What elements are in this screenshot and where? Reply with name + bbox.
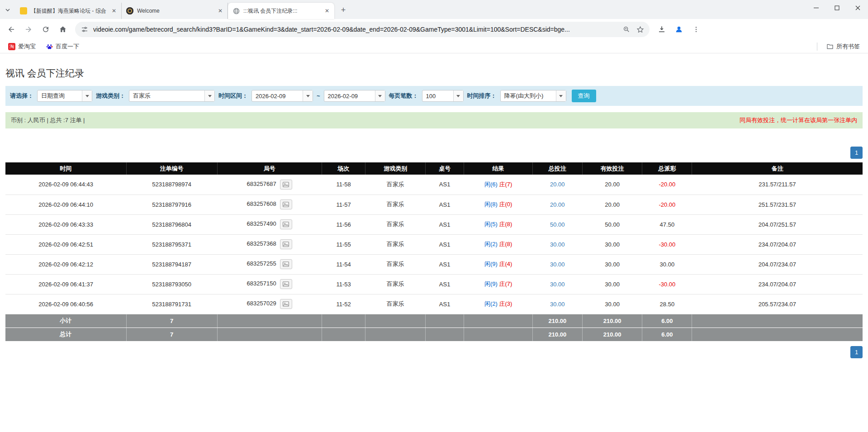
- round-image-button[interactable]: [280, 299, 292, 309]
- tab-close-icon[interactable]: ✕: [323, 7, 331, 14]
- forward-icon[interactable]: [21, 22, 36, 37]
- sort-value: 降幂(由大到小): [501, 92, 556, 100]
- cell-session: 11-53: [322, 274, 365, 294]
- profile-icon[interactable]: [671, 22, 687, 37]
- minimize-button[interactable]: [806, 0, 826, 15]
- tab-search-chevron-icon[interactable]: [0, 2, 15, 18]
- maximize-button[interactable]: [826, 0, 847, 15]
- round-image-button[interactable]: [280, 180, 292, 190]
- round-id: 683257687: [247, 180, 276, 187]
- bookmarks-bar: 淘 爱淘宝 百度一下 所有书签: [0, 40, 868, 53]
- cell-game: 百家乐: [365, 195, 426, 214]
- cell-result: 闲(5) 庄(8): [464, 214, 533, 234]
- page-1-button[interactable]: 1: [850, 346, 863, 358]
- search-button[interactable]: 查询: [572, 90, 596, 102]
- tab-welcome[interactable]: Welcome ✕: [122, 3, 228, 19]
- round-image-button[interactable]: [280, 239, 292, 249]
- home-icon[interactable]: [55, 22, 71, 37]
- round-image-button[interactable]: [280, 199, 292, 209]
- sort-select[interactable]: 降幂(由大到小): [500, 90, 566, 102]
- header-remark: 备注: [692, 162, 863, 175]
- result-banker: 庄(8): [499, 241, 512, 247]
- cell-total-bet[interactable]: 30.00: [532, 274, 582, 294]
- cell-session: 11-58: [322, 175, 365, 195]
- bookmark-star-icon[interactable]: [635, 24, 645, 34]
- cell-time: 2026-02-09 06:40:56: [5, 294, 126, 314]
- page-1-button[interactable]: 1: [850, 147, 863, 159]
- date-end-value: 2026-02-09: [324, 93, 375, 100]
- new-tab-button[interactable]: +: [337, 4, 350, 16]
- chevron-down-icon[interactable]: [82, 90, 92, 101]
- table-row: 2026-02-09 06:42:51 523188795371 6832573…: [5, 234, 863, 254]
- url-text[interactable]: videoie.com/game/betrecord_search/kind3?…: [93, 26, 618, 33]
- round-image-button[interactable]: [280, 279, 292, 289]
- tab-close-icon[interactable]: ✕: [110, 7, 118, 14]
- cell-round: 683257687: [217, 175, 322, 195]
- cell-result: 闲(2) 庄(3): [464, 294, 533, 314]
- game-type-select[interactable]: 百家乐: [129, 90, 215, 102]
- result-banker: 庄(3): [499, 300, 512, 307]
- cell-time: 2026-02-09 06:44:43: [5, 175, 126, 195]
- reload-icon[interactable]: [38, 22, 53, 37]
- cell-remark: 234.07/204.07: [692, 234, 863, 254]
- total-row: 总计 7 210.00 210.00 6.00: [5, 328, 863, 341]
- back-icon[interactable]: [4, 22, 19, 37]
- menu-dots-icon[interactable]: [688, 22, 704, 37]
- cell-bet-id: 523188795371: [126, 234, 217, 254]
- page-size-select[interactable]: 100: [422, 90, 464, 102]
- chevron-down-icon[interactable]: [453, 90, 463, 101]
- tab-bet-records[interactable]: :::视讯 会员下注纪录::: ✕: [228, 3, 334, 19]
- all-bookmarks-button[interactable]: 所有书签: [823, 41, 863, 52]
- cell-total-bet[interactable]: 20.00: [532, 175, 582, 195]
- query-type-value: 日期查询: [38, 92, 82, 100]
- tab-forum[interactable]: 【新提醒】海燕策略论坛 - 综合 ✕: [15, 3, 122, 19]
- chevron-down-icon[interactable]: [303, 90, 313, 101]
- subtotal-payout: 6.00: [642, 314, 692, 328]
- header-payout: 总派彩: [642, 162, 692, 175]
- chevron-down-icon[interactable]: [204, 90, 214, 101]
- game-type-value: 百家乐: [129, 92, 204, 100]
- chevron-down-icon[interactable]: [556, 90, 566, 101]
- cell-payout: -20.00: [642, 195, 692, 214]
- downloads-icon[interactable]: [654, 22, 669, 37]
- zoom-icon[interactable]: [621, 24, 631, 34]
- forum-favicon-icon: [20, 7, 27, 14]
- cell-valid-bet: 20.00: [582, 195, 642, 214]
- round-image-button[interactable]: [280, 219, 292, 229]
- subtotal-row: 小计 7 210.00 210.00 6.00: [5, 314, 863, 328]
- date-start-picker[interactable]: 2026-02-09: [251, 90, 313, 102]
- round-id: 683257255: [247, 260, 276, 267]
- total-valid-bet: 210.00: [582, 328, 642, 341]
- total-payout: 6.00: [642, 328, 692, 341]
- chevron-down-icon[interactable]: [375, 90, 385, 101]
- bet-records-table: 时间 注单编号 局号 场次 游戏类别 桌号 结果 总投注 有效投注 总派彩 备注…: [5, 162, 863, 342]
- tab-title: :::视讯 会员下注纪录:::: [243, 7, 320, 15]
- cell-result: 闲(9) 庄(7): [464, 274, 533, 294]
- site-settings-icon[interactable]: [80, 24, 90, 34]
- round-image-button[interactable]: [280, 259, 292, 269]
- cell-total-bet[interactable]: 50.00: [532, 214, 582, 234]
- cell-total-bet[interactable]: 30.00: [532, 294, 582, 314]
- bookmark-aitaobao[interactable]: 淘 爱淘宝: [5, 41, 39, 52]
- bookmark-baidu[interactable]: 百度一下: [42, 41, 83, 52]
- address-bar[interactable]: videoie.com/game/betrecord_search/kind3?…: [75, 22, 650, 37]
- cell-valid-bet: 30.00: [582, 274, 642, 294]
- result-banker: 庄(7): [499, 181, 512, 188]
- tab-close-icon[interactable]: ✕: [217, 7, 224, 14]
- cell-bet-id: 523188794187: [126, 254, 217, 274]
- close-window-button[interactable]: [847, 0, 868, 15]
- date-end-picker[interactable]: 2026-02-09: [324, 90, 385, 102]
- all-bookmarks-label: 所有书签: [836, 43, 860, 51]
- result-player: 闲(6): [484, 181, 498, 188]
- total-label: 总计: [5, 328, 126, 341]
- cell-total-bet[interactable]: 30.00: [532, 234, 582, 254]
- cell-total-bet[interactable]: 20.00: [532, 195, 582, 214]
- query-type-select[interactable]: 日期查询: [37, 90, 92, 102]
- result-player: 闲(2): [484, 300, 498, 307]
- subtotal-valid-bet: 210.00: [582, 314, 642, 328]
- cell-total-bet[interactable]: 30.00: [532, 254, 582, 274]
- table-row: 2026-02-09 06:41:37 523188793050 6832571…: [5, 274, 863, 294]
- pagination-bottom: 1: [5, 346, 863, 358]
- tab-strip: 【新提醒】海燕策略论坛 - 综合 ✕ Welcome ✕ :::视讯 会员下注纪…: [0, 0, 868, 19]
- round-id: 683257029: [247, 300, 276, 307]
